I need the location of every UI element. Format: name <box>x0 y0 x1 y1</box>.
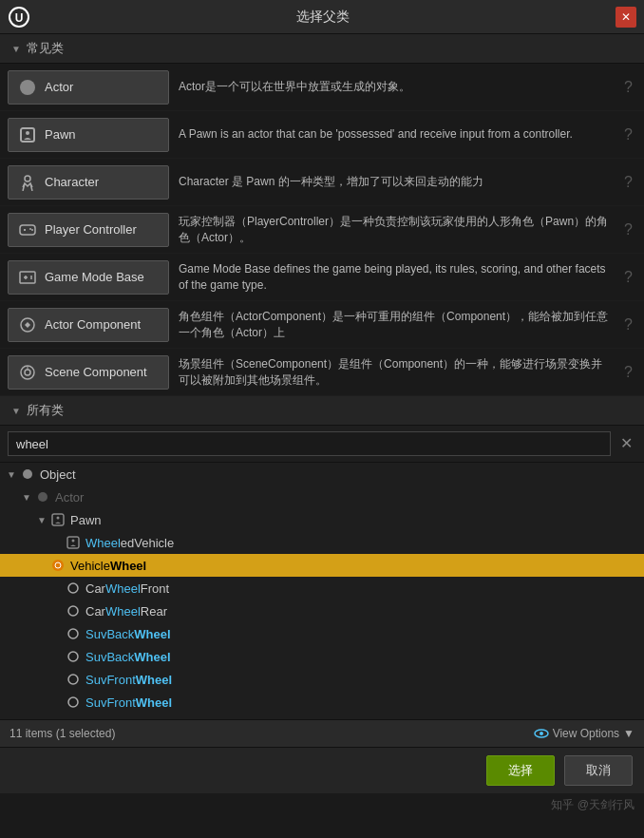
tree-item-actor[interactable]: ▼ Actor <box>0 486 644 508</box>
game-mode-desc: Game Mode Base defines the game being pl… <box>169 256 620 299</box>
pawn-icon <box>18 125 37 144</box>
svg-point-26 <box>52 560 64 571</box>
svg-point-15 <box>30 277 32 279</box>
actor-tree-icon <box>34 488 51 505</box>
titlebar: U 选择父类 ✕ <box>0 0 644 34</box>
pawn-help-icon[interactable]: ? <box>620 126 636 143</box>
common-classes-list: Actor Actor是一个可以在世界中放置或生成的对象。 ? Pawn A P… <box>0 64 644 396</box>
tree-item-vehicle-wheel[interactable]: ▶ VehicleWheel <box>0 554 644 577</box>
player-controller-item: Player Controller 玩家控制器（PlayerController… <box>0 206 644 254</box>
pawn-tree-label: Pawn <box>70 513 102 527</box>
scene-component-icon <box>18 363 37 382</box>
vehicle-wheel-label: VehicleWheel <box>70 559 146 573</box>
actor-component-help-icon[interactable]: ? <box>620 316 636 333</box>
pawn-button[interactable]: Pawn <box>8 118 169 152</box>
actor-component-button[interactable]: Actor Component <box>8 308 169 342</box>
svg-point-10 <box>31 229 33 231</box>
view-options-chevron: ▼ <box>623 727 635 740</box>
actor-help-icon[interactable]: ? <box>620 79 636 96</box>
game-mode-button[interactable]: Game Mode Base <box>8 260 169 295</box>
common-classes-label: 常见类 <box>27 40 64 57</box>
actor-label: Actor <box>45 80 73 94</box>
scene-component-help-icon[interactable]: ? <box>620 364 636 381</box>
close-button[interactable]: ✕ <box>616 7 636 28</box>
sbw2-icon <box>65 648 82 665</box>
status-bar: 11 items (1 selected) View Options ▼ <box>0 719 644 747</box>
svg-point-20 <box>23 469 32 479</box>
svg-point-4 <box>26 131 29 135</box>
tree-item-suv-back-wheel-1[interactable]: ▶ SuvBackWheel <box>0 622 644 645</box>
view-options-label: View Options <box>553 727 619 740</box>
actor-component-label: Actor Component <box>45 317 141 332</box>
svg-rect-22 <box>52 514 64 525</box>
actor-tree-arrow: ▼ <box>19 492 34 503</box>
tree-item-suv-front-wheel-2[interactable]: ▶ SuvFrontWheel <box>0 691 644 714</box>
svg-text:U: U <box>15 11 24 25</box>
actor-component-icon <box>18 315 37 334</box>
tree-item-car-wheel-rear[interactable]: ▶ CarWheelRear <box>0 600 644 622</box>
search-input[interactable] <box>8 431 611 456</box>
svg-point-29 <box>68 606 78 616</box>
tree-item-pawn[interactable]: ▼ Pawn <box>0 508 644 531</box>
cancel-button[interactable]: 取消 <box>564 755 633 786</box>
search-clear-button[interactable]: ✕ <box>616 436 636 451</box>
scene-component-label: Scene Component <box>45 365 147 379</box>
pawn-tree-icon <box>49 511 66 528</box>
footer-buttons: 选择 取消 <box>0 747 644 793</box>
tree-item-wheeled-vehicle[interactable]: ▶ WheeledVehicle <box>0 531 644 554</box>
svg-point-28 <box>68 583 78 593</box>
watermark-text: 知乎 @天剑行风 <box>551 798 635 811</box>
object-arrow: ▼ <box>4 469 19 480</box>
character-help-icon[interactable]: ? <box>620 174 636 191</box>
svg-point-31 <box>68 652 78 661</box>
class-tree: ▼ Object ▼ Actor ▼ Pawn ▶ <box>0 463 644 719</box>
common-classes-header: ▼ 常见类 <box>0 34 644 64</box>
actor-button[interactable]: Actor <box>8 70 169 105</box>
svg-rect-24 <box>67 537 79 548</box>
pawn-label: Pawn <box>45 127 76 142</box>
player-controller-help-icon[interactable]: ? <box>620 221 636 238</box>
all-classes-label: 所有类 <box>27 402 64 419</box>
player-controller-icon <box>18 220 37 239</box>
wheeled-vehicle-label: WheeledVehicle <box>85 536 174 550</box>
player-controller-label: Player Controller <box>45 222 137 237</box>
select-button[interactable]: 选择 <box>486 755 555 786</box>
all-arrow-icon: ▼ <box>11 406 21 416</box>
player-controller-desc: 玩家控制器（PlayerController）是一种负责控制该玩家使用的人形角色… <box>169 208 620 252</box>
tree-item-suv-back-wheel-2[interactable]: ▶ SuvBackWheel <box>0 645 644 668</box>
sbw1-icon <box>65 625 82 642</box>
character-desc: Character 是 Pawn 的一种类型，增加了可以来回走动的能力 <box>169 168 620 196</box>
game-mode-item: Game Mode Base Game Mode Base defines th… <box>0 254 644 301</box>
pawn-item: Pawn A Pawn is an actor that can be 'pos… <box>0 111 644 159</box>
svg-point-14 <box>30 276 32 277</box>
cwr-icon <box>65 602 82 619</box>
car-wheel-rear-label: CarWheelRear <box>85 604 167 619</box>
svg-point-21 <box>38 492 47 502</box>
all-classes-header: ▼ 所有类 <box>0 396 644 426</box>
tree-item-car-wheel-front[interactable]: ▶ CarWheelFront <box>0 577 644 600</box>
suv-back-wheel-2-label: SuvBackWheel <box>85 650 171 664</box>
dialog-title: 选择父类 <box>30 9 616 26</box>
svg-point-18 <box>25 370 30 375</box>
actor-tree-label: Actor <box>55 490 84 505</box>
suv-front-wheel-2-label: SuvFrontWheel <box>85 695 172 710</box>
cwf-icon <box>65 580 82 597</box>
svg-point-5 <box>25 176 30 181</box>
player-controller-button[interactable]: Player Controller <box>8 213 169 247</box>
search-bar: ✕ <box>0 426 644 463</box>
object-label: Object <box>40 467 76 482</box>
watermark: 知乎 @天剑行风 <box>0 793 644 817</box>
object-icon <box>19 466 36 483</box>
scene-component-button[interactable]: Scene Component <box>8 355 169 390</box>
pawn-tree-arrow: ▼ <box>34 515 49 525</box>
character-button[interactable]: Character <box>8 165 169 200</box>
actor-component-desc: 角色组件（ActorComponent）是一种可重用的组件（Component）… <box>169 303 620 347</box>
svg-point-23 <box>57 517 60 520</box>
scene-component-desc: 场景组件（SceneComponent）是组件（Component）的一种，能够… <box>169 351 620 394</box>
ue-logo: U <box>8 6 30 29</box>
game-mode-help-icon[interactable]: ? <box>620 269 636 286</box>
tree-item-object[interactable]: ▼ Object <box>0 463 644 486</box>
tree-item-suv-front-wheel-1[interactable]: ▶ SuvFrontWheel <box>0 668 644 691</box>
character-item: Character Character 是 Pawn 的一种类型，增加了可以来回… <box>0 159 644 206</box>
view-options-button[interactable]: View Options ▼ <box>534 726 635 741</box>
